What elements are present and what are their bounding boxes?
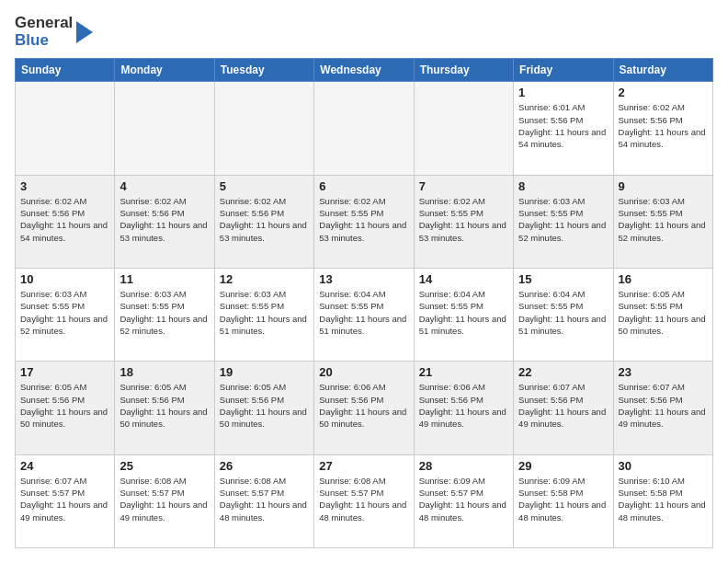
day-info: Sunrise: 6:04 AM Sunset: 5:55 PM Dayligh… — [319, 288, 408, 337]
table-row: 6 Sunrise: 6:02 AM Sunset: 5:55 PM Dayli… — [314, 175, 414, 268]
calendar-week-row: 24 Sunrise: 6:07 AM Sunset: 5:57 PM Dayl… — [16, 454, 713, 547]
day-number: 13 — [319, 272, 408, 286]
day-number: 20 — [319, 365, 408, 379]
page: General Blue Sunday Monday Tuesday Wedne… — [0, 0, 728, 563]
day-info: Sunrise: 6:06 AM Sunset: 5:56 PM Dayligh… — [319, 381, 408, 430]
logo: General Blue — [15, 15, 95, 49]
day-number: 27 — [319, 459, 408, 473]
day-info: Sunrise: 6:02 AM Sunset: 5:56 PM Dayligh… — [619, 101, 708, 150]
day-info: Sunrise: 6:02 AM Sunset: 5:56 PM Dayligh… — [220, 195, 309, 244]
day-number: 21 — [419, 365, 508, 379]
logo-blue-text: Blue — [15, 32, 73, 50]
day-info: Sunrise: 6:05 AM Sunset: 5:56 PM Dayligh… — [20, 381, 109, 430]
header: General Blue — [15, 15, 713, 49]
day-number: 28 — [419, 459, 508, 473]
col-sunday: Sunday — [16, 59, 115, 82]
logo-arrow-icon — [74, 16, 95, 49]
day-info: Sunrise: 6:03 AM Sunset: 5:55 PM Dayligh… — [119, 288, 209, 337]
day-number: 3 — [20, 179, 109, 193]
table-row: 22 Sunrise: 6:07 AM Sunset: 5:56 PM Dayl… — [514, 362, 613, 454]
table-row — [214, 82, 313, 175]
day-info: Sunrise: 6:05 AM Sunset: 5:56 PM Dayligh… — [119, 381, 209, 430]
table-row: 5 Sunrise: 6:02 AM Sunset: 5:56 PM Dayli… — [214, 175, 313, 268]
table-row: 10 Sunrise: 6:03 AM Sunset: 5:55 PM Dayl… — [16, 269, 115, 362]
day-number: 23 — [619, 365, 708, 379]
calendar-table: Sunday Monday Tuesday Wednesday Thursday… — [15, 58, 713, 548]
day-info: Sunrise: 6:09 AM Sunset: 5:57 PM Dayligh… — [419, 475, 508, 523]
table-row: 14 Sunrise: 6:04 AM Sunset: 5:55 PM Dayl… — [414, 269, 513, 362]
day-number: 8 — [518, 179, 608, 193]
table-row — [314, 82, 414, 175]
table-row: 29 Sunrise: 6:09 AM Sunset: 5:58 PM Dayl… — [514, 454, 613, 547]
day-info: Sunrise: 6:01 AM Sunset: 5:56 PM Dayligh… — [518, 101, 608, 150]
day-info: Sunrise: 6:02 AM Sunset: 5:56 PM Dayligh… — [119, 195, 209, 244]
table-row: 1 Sunrise: 6:01 AM Sunset: 5:56 PM Dayli… — [514, 82, 613, 175]
day-number: 19 — [220, 365, 309, 379]
col-friday: Friday — [514, 59, 613, 82]
table-row: 23 Sunrise: 6:07 AM Sunset: 5:56 PM Dayl… — [613, 362, 712, 454]
day-number: 17 — [20, 365, 109, 379]
table-row: 28 Sunrise: 6:09 AM Sunset: 5:57 PM Dayl… — [414, 454, 513, 547]
day-number: 14 — [419, 272, 508, 286]
day-info: Sunrise: 6:07 AM Sunset: 5:56 PM Dayligh… — [619, 381, 708, 430]
table-row: 16 Sunrise: 6:05 AM Sunset: 5:55 PM Dayl… — [613, 269, 712, 362]
table-row: 12 Sunrise: 6:03 AM Sunset: 5:55 PM Dayl… — [214, 269, 313, 362]
day-info: Sunrise: 6:02 AM Sunset: 5:55 PM Dayligh… — [419, 195, 508, 244]
svg-marker-0 — [76, 21, 93, 43]
calendar-week-row: 10 Sunrise: 6:03 AM Sunset: 5:55 PM Dayl… — [16, 269, 713, 362]
day-number: 6 — [319, 179, 408, 193]
day-info: Sunrise: 6:03 AM Sunset: 5:55 PM Dayligh… — [220, 288, 309, 337]
table-row: 24 Sunrise: 6:07 AM Sunset: 5:57 PM Dayl… — [16, 454, 115, 547]
day-number: 9 — [619, 179, 708, 193]
day-info: Sunrise: 6:04 AM Sunset: 5:55 PM Dayligh… — [419, 288, 508, 337]
day-number: 30 — [619, 459, 708, 473]
calendar-week-row: 1 Sunrise: 6:01 AM Sunset: 5:56 PM Dayli… — [16, 82, 713, 175]
col-tuesday: Tuesday — [214, 59, 313, 82]
table-row: 7 Sunrise: 6:02 AM Sunset: 5:55 PM Dayli… — [414, 175, 513, 268]
table-row — [115, 82, 214, 175]
table-row: 8 Sunrise: 6:03 AM Sunset: 5:55 PM Dayli… — [514, 175, 613, 268]
col-monday: Monday — [115, 59, 214, 82]
col-thursday: Thursday — [414, 59, 513, 82]
day-info: Sunrise: 6:05 AM Sunset: 5:55 PM Dayligh… — [619, 288, 708, 337]
table-row: 3 Sunrise: 6:02 AM Sunset: 5:56 PM Dayli… — [16, 175, 115, 268]
day-info: Sunrise: 6:03 AM Sunset: 5:55 PM Dayligh… — [20, 288, 109, 337]
day-number: 2 — [619, 86, 708, 99]
day-number: 7 — [419, 179, 508, 193]
day-number: 10 — [20, 272, 109, 286]
day-info: Sunrise: 6:07 AM Sunset: 5:56 PM Dayligh… — [518, 381, 608, 430]
table-row — [16, 82, 115, 175]
table-row: 20 Sunrise: 6:06 AM Sunset: 5:56 PM Dayl… — [314, 362, 414, 454]
logo-general-text: General — [15, 15, 73, 32]
table-row: 21 Sunrise: 6:06 AM Sunset: 5:56 PM Dayl… — [414, 362, 513, 454]
col-saturday: Saturday — [613, 59, 712, 82]
table-row: 27 Sunrise: 6:08 AM Sunset: 5:57 PM Dayl… — [314, 454, 414, 547]
day-info: Sunrise: 6:05 AM Sunset: 5:56 PM Dayligh… — [220, 381, 309, 430]
table-row: 18 Sunrise: 6:05 AM Sunset: 5:56 PM Dayl… — [115, 362, 214, 454]
day-number: 1 — [518, 86, 608, 99]
table-row: 2 Sunrise: 6:02 AM Sunset: 5:56 PM Dayli… — [613, 82, 712, 175]
day-info: Sunrise: 6:08 AM Sunset: 5:57 PM Dayligh… — [319, 475, 408, 523]
table-row — [414, 82, 513, 175]
day-number: 5 — [220, 179, 309, 193]
table-row: 11 Sunrise: 6:03 AM Sunset: 5:55 PM Dayl… — [115, 269, 214, 362]
day-number: 4 — [119, 179, 209, 193]
calendar-week-row: 17 Sunrise: 6:05 AM Sunset: 5:56 PM Dayl… — [16, 362, 713, 454]
day-number: 16 — [619, 272, 708, 286]
table-row: 13 Sunrise: 6:04 AM Sunset: 5:55 PM Dayl… — [314, 269, 414, 362]
calendar-week-row: 3 Sunrise: 6:02 AM Sunset: 5:56 PM Dayli… — [16, 175, 713, 268]
day-info: Sunrise: 6:03 AM Sunset: 5:55 PM Dayligh… — [518, 195, 608, 244]
day-info: Sunrise: 6:02 AM Sunset: 5:56 PM Dayligh… — [20, 195, 109, 244]
day-info: Sunrise: 6:07 AM Sunset: 5:57 PM Dayligh… — [20, 475, 109, 523]
calendar-header-row: Sunday Monday Tuesday Wednesday Thursday… — [16, 59, 713, 82]
day-number: 18 — [119, 365, 209, 379]
table-row: 9 Sunrise: 6:03 AM Sunset: 5:55 PM Dayli… — [613, 175, 712, 268]
day-info: Sunrise: 6:06 AM Sunset: 5:56 PM Dayligh… — [419, 381, 508, 430]
day-info: Sunrise: 6:08 AM Sunset: 5:57 PM Dayligh… — [220, 475, 309, 523]
day-number: 24 — [20, 459, 109, 473]
table-row: 17 Sunrise: 6:05 AM Sunset: 5:56 PM Dayl… — [16, 362, 115, 454]
table-row: 15 Sunrise: 6:04 AM Sunset: 5:55 PM Dayl… — [514, 269, 613, 362]
day-info: Sunrise: 6:04 AM Sunset: 5:55 PM Dayligh… — [518, 288, 608, 337]
day-info: Sunrise: 6:09 AM Sunset: 5:58 PM Dayligh… — [518, 475, 608, 523]
table-row: 25 Sunrise: 6:08 AM Sunset: 5:57 PM Dayl… — [115, 454, 214, 547]
